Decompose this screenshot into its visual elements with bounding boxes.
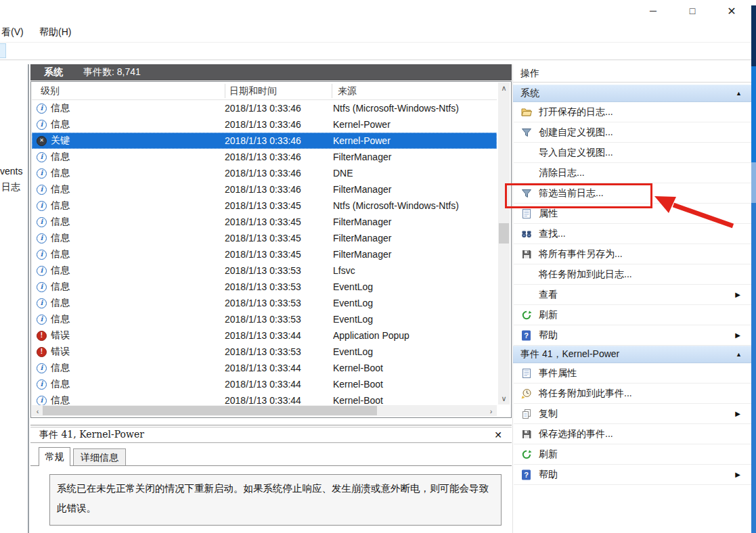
- menu-item-help[interactable]: 帮助(H): [39, 26, 71, 39]
- table-row[interactable]: !错误2018/1/13 0:33:44Application Popup: [32, 327, 497, 344]
- info-level-icon: i: [37, 185, 47, 195]
- minimize-icon[interactable]: ─: [642, 3, 665, 19]
- table-row[interactable]: i信息2018/1/13 0:33:44Kernel-Boot: [32, 360, 497, 376]
- action-item[interactable]: 将所有事件另存为...: [514, 244, 751, 264]
- info-level-icon: i: [37, 201, 47, 211]
- level-label: 信息: [51, 313, 70, 325]
- action-item[interactable]: 刷新: [514, 305, 751, 325]
- event-list: 级别 日期和时间 来源 i信息2018/1/13 0:33:46Ntfs (Mi…: [30, 81, 512, 418]
- table-row[interactable]: i信息2018/1/13 0:33:53EventLog: [32, 311, 497, 327]
- level-label: 信息: [51, 281, 70, 293]
- info-level-icon: i: [37, 233, 47, 244]
- level-label: 信息: [51, 362, 70, 374]
- table-row[interactable]: i信息2018/1/13 0:33:45FilterManager: [32, 230, 497, 246]
- column-header-date[interactable]: 日期和时间: [229, 85, 277, 97]
- table-row[interactable]: i信息2018/1/13 0:33:45FilterManager: [32, 214, 497, 230]
- tree-item-partial[interactable]: vents: [0, 166, 22, 177]
- level-label: 信息: [51, 216, 70, 228]
- detail-close-icon[interactable]: ✕: [494, 430, 502, 440]
- column-divider[interactable]: [332, 84, 332, 98]
- action-item[interactable]: 导入自定义视图...: [514, 143, 751, 163]
- column-header-level[interactable]: 级别: [41, 85, 60, 97]
- action-item[interactable]: 打开保存的日志...: [514, 102, 751, 122]
- action-item[interactable]: 将任务附加到此事件...: [514, 384, 751, 404]
- submenu-arrow-icon: ▶: [735, 291, 740, 298]
- toolbar: [0, 42, 751, 60]
- event-source: FilterManager: [333, 233, 497, 244]
- scroll-left-icon[interactable]: ‹: [32, 405, 43, 417]
- table-row[interactable]: i信息2018/1/13 0:33:44Kernel-Boot: [32, 376, 497, 392]
- event-description: 系统已在未先正常关闭的情况下重新启动。如果系统停止响应、发生崩溃或意外断电，则可…: [49, 474, 502, 526]
- svg-text:?: ?: [524, 331, 529, 340]
- action-item[interactable]: 筛选当前日志...: [514, 183, 751, 204]
- help-icon: ?: [521, 330, 532, 341]
- action-item[interactable]: 复制▶: [514, 404, 751, 424]
- table-row[interactable]: i信息2018/1/13 0:33:46Ntfs (Microsoft-Wind…: [32, 100, 497, 116]
- vertical-scrollbar[interactable]: ∧ ∨: [498, 83, 510, 404]
- scroll-down-icon[interactable]: ∨: [498, 393, 510, 404]
- column-header-source[interactable]: 来源: [338, 85, 357, 97]
- event-source: Kernel-Power: [333, 135, 497, 146]
- event-date: 2018/1/13 0:33:46: [225, 103, 333, 114]
- action-item[interactable]: 查看▶: [514, 285, 751, 305]
- actions-pane-body: 系统▲打开保存的日志...创建自定义视图...导入自定义视图...清除日志...…: [513, 85, 752, 485]
- event-date: 2018/1/13 0:33:45: [225, 233, 333, 244]
- background-window-edge: [751, 162, 756, 203]
- toolbar-button-partial[interactable]: [0, 43, 6, 58]
- event-source: Lfsvc: [333, 265, 497, 276]
- table-row[interactable]: i信息2018/1/13 0:33:46Kernel-Power: [32, 116, 497, 133]
- table-row[interactable]: ✕关键2018/1/13 0:33:46Kernel-Power: [32, 133, 497, 149]
- section-label: 系统: [520, 87, 736, 99]
- action-item[interactable]: 属性: [514, 204, 751, 224]
- action-item[interactable]: 查找...: [514, 224, 751, 244]
- collapse-icon[interactable]: ▲: [736, 351, 742, 358]
- error-level-icon: !: [37, 331, 47, 341]
- maximize-icon[interactable]: □: [681, 3, 704, 19]
- event-source: FilterManager: [333, 184, 497, 195]
- tab-details[interactable]: 详细信息: [73, 448, 126, 466]
- menu-item-view[interactable]: 看(V): [1, 26, 24, 39]
- info-level-icon: i: [37, 120, 47, 130]
- scroll-right-icon[interactable]: ›: [485, 405, 497, 417]
- horizontal-scrollbar[interactable]: ‹ ›: [32, 405, 497, 416]
- table-row[interactable]: i信息2018/1/13 0:33:46FilterManager: [32, 149, 497, 165]
- table-row[interactable]: i信息2018/1/13 0:33:53Lfsvc: [32, 262, 497, 279]
- table-row[interactable]: i信息2018/1/13 0:33:45Ntfs (Microsoft-Wind…: [32, 198, 497, 214]
- table-row[interactable]: i信息2018/1/13 0:33:46FilterManager: [32, 181, 497, 198]
- action-item[interactable]: ?帮助▶: [514, 325, 751, 346]
- actions-section-header[interactable]: 系统▲: [513, 85, 752, 102]
- tab-general[interactable]: 常规: [39, 447, 70, 466]
- table-row[interactable]: !错误2018/1/13 0:33:53EventLog: [32, 344, 497, 360]
- open-folder-icon: [521, 107, 532, 118]
- action-label: 查找...: [539, 228, 751, 240]
- pane-divider[interactable]: [28, 64, 29, 533]
- level-label: 信息: [51, 183, 70, 195]
- tree-item-partial[interactable]: 日志: [1, 181, 20, 193]
- critical-level-icon: ✕: [37, 136, 47, 146]
- table-row[interactable]: i信息2018/1/13 0:33:46DNE: [32, 165, 497, 181]
- column-divider[interactable]: [225, 84, 225, 98]
- menu-bar: 看(V) 帮助(H): [0, 23, 751, 41]
- scroll-up-icon[interactable]: ∧: [498, 83, 510, 94]
- action-item[interactable]: 保存选择的事件...: [514, 424, 751, 444]
- actions-section-header[interactable]: 事件 41，Kernel-Power▲: [513, 346, 752, 363]
- table-header: 级别 日期和时间 来源: [32, 83, 497, 100]
- close-icon[interactable]: ✕: [720, 3, 743, 19]
- action-item[interactable]: 刷新: [514, 444, 751, 465]
- action-label: 事件属性: [539, 367, 751, 379]
- action-item[interactable]: 事件属性: [514, 363, 751, 384]
- action-item[interactable]: ?帮助▶: [514, 465, 751, 485]
- submenu-arrow-icon: ▶: [735, 471, 740, 478]
- action-item[interactable]: 创建自定义视图...: [514, 122, 751, 143]
- action-label: 将任务附加到此日志...: [539, 269, 751, 281]
- scrollbar-thumb[interactable]: [43, 406, 377, 415]
- table-row[interactable]: i信息2018/1/13 0:33:45FilterManager: [32, 246, 497, 262]
- action-item[interactable]: 清除日志...: [514, 163, 751, 183]
- event-date: 2018/1/13 0:33:44: [225, 395, 333, 406]
- collapse-icon[interactable]: ▲: [736, 90, 742, 97]
- event-source: Kernel-Boot: [333, 363, 497, 373]
- table-row[interactable]: i信息2018/1/13 0:33:53EventLog: [32, 295, 497, 311]
- action-item[interactable]: 将任务附加到此日志...: [514, 264, 751, 285]
- table-row[interactable]: i信息2018/1/13 0:33:53EventLog: [32, 279, 497, 295]
- scrollbar-thumb[interactable]: [499, 223, 509, 244]
